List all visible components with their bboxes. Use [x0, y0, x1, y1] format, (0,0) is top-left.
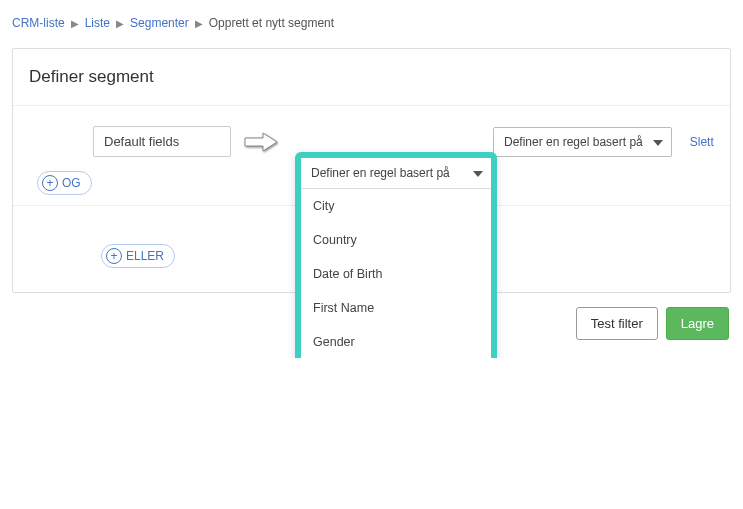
- and-label: OG: [62, 176, 81, 190]
- dropdown-option[interactable]: First Name: [301, 291, 491, 325]
- breadcrumb-link-segmenter[interactable]: Segmenter: [130, 16, 189, 30]
- caret-down-icon: [473, 166, 483, 180]
- rule-define-select[interactable]: Definer en regel basert på: [301, 158, 491, 189]
- add-and-chip[interactable]: + OG: [37, 171, 92, 195]
- delete-rule-link[interactable]: Slett: [690, 135, 714, 149]
- arrow-right-icon: [243, 130, 279, 154]
- chevron-right-icon: ▶: [195, 18, 203, 29]
- field-source-select[interactable]: Default fields: [93, 126, 231, 157]
- breadcrumb-current: Opprett et nytt segment: [209, 16, 334, 30]
- breadcrumb-link-liste[interactable]: Liste: [85, 16, 110, 30]
- plus-icon: +: [106, 248, 122, 264]
- caret-down-icon: [653, 135, 663, 149]
- or-label: ELLER: [126, 249, 164, 263]
- rule-define-label-2: Definer en regel basert på: [504, 135, 643, 149]
- rule-define-label: Definer en regel basert på: [311, 166, 450, 180]
- panel-title: Definer segment: [13, 49, 730, 106]
- dropdown-option[interactable]: Date of Birth: [301, 257, 491, 291]
- plus-icon: +: [42, 175, 58, 191]
- rule-define-options-list[interactable]: City Country Date of Birth First Name Ge…: [301, 189, 491, 358]
- breadcrumb: CRM-liste ▶ Liste ▶ Segmenter ▶ Opprett …: [12, 12, 731, 48]
- add-or-chip[interactable]: + ELLER: [101, 244, 175, 268]
- test-filter-button[interactable]: Test filter: [576, 307, 658, 340]
- dropdown-option[interactable]: Gender: [301, 325, 491, 358]
- rule-define-select-2[interactable]: Definer en regel basert på: [493, 127, 672, 157]
- breadcrumb-link-crm-liste[interactable]: CRM-liste: [12, 16, 65, 30]
- chevron-right-icon: ▶: [71, 18, 79, 29]
- dropdown-option[interactable]: Country: [301, 223, 491, 257]
- chevron-right-icon: ▶: [116, 18, 124, 29]
- dropdown-option[interactable]: City: [301, 189, 491, 223]
- save-button[interactable]: Lagre: [666, 307, 729, 340]
- rule-define-dropdown-highlight: Definer en regel basert på City Country …: [295, 152, 497, 358]
